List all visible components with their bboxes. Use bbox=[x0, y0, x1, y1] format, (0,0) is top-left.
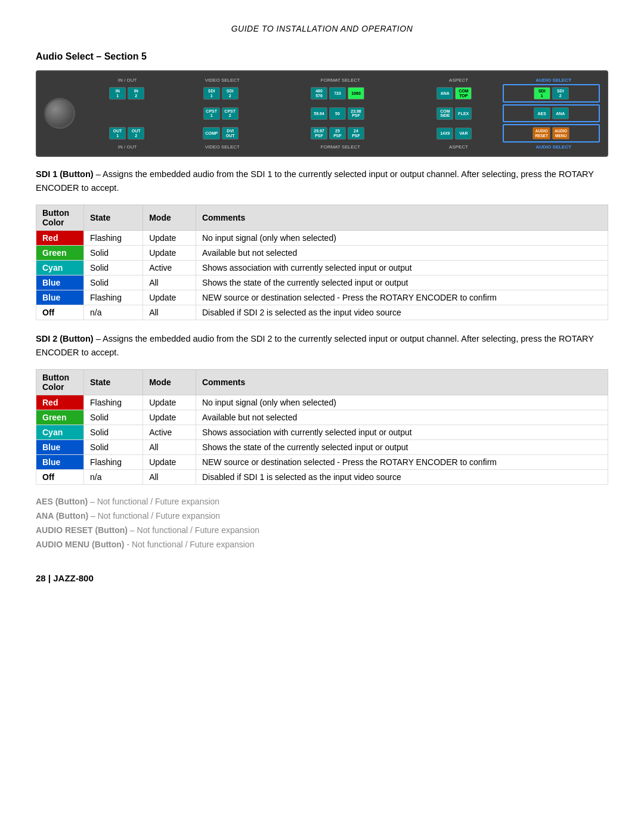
table-row: CyanSolidActiveShows association with cu… bbox=[36, 261, 608, 275]
panel-diagram: IN / OUT VIDEO SELECT FORMAT SELECT ASPE… bbox=[36, 70, 608, 157]
state-cell: n/a bbox=[84, 470, 143, 485]
audio-select-row3: AUDIORESET AUDIOMENU bbox=[503, 124, 600, 142]
state-cell: Solid bbox=[84, 410, 143, 425]
table-row: GreenSolidUpdateAvailable but not select… bbox=[36, 410, 608, 425]
comment-cell: NEW source or destination selected - Pre… bbox=[196, 455, 608, 470]
comment-cell: No input signal (only when selected) bbox=[196, 395, 608, 410]
btn-ana[interactable]: ANA bbox=[436, 87, 453, 100]
btn-var[interactable]: VAR bbox=[455, 128, 472, 140]
btn-ana2[interactable]: ANA bbox=[552, 107, 569, 119]
aspect-bottom-label: ASPECT bbox=[412, 144, 504, 150]
btn-sdi2[interactable]: SDI2 bbox=[222, 87, 239, 100]
sdi1-table: Button Color State Mode Comments RedFlas… bbox=[36, 205, 608, 320]
btn-50[interactable]: 50 bbox=[329, 107, 346, 120]
mode-cell: Update bbox=[143, 246, 196, 261]
col-header-comments: Comments bbox=[196, 205, 608, 231]
sdi2-table: Button Color State Mode Comments RedFlas… bbox=[36, 369, 608, 485]
btn-aes[interactable]: AES bbox=[534, 107, 550, 119]
mode-cell: Active bbox=[143, 261, 196, 275]
comment-cell: Disabled if SDI 2 is selected as the inp… bbox=[196, 305, 608, 320]
color-cell: Green bbox=[36, 410, 84, 425]
format-select-bottom-label: FORMAT SELECT bbox=[271, 144, 410, 150]
color-cell: Blue bbox=[36, 455, 84, 470]
col-header-color: Button Color bbox=[36, 205, 84, 231]
btn-25psf[interactable]: 25PSF bbox=[329, 127, 346, 140]
btn-cpst2[interactable]: CPST2 bbox=[222, 107, 239, 120]
table-row: Offn/aAllDisabled if SDI 1 is selected a… bbox=[36, 470, 608, 485]
table-row: BlueSolidAllShows the state of the curre… bbox=[36, 275, 608, 290]
video-select-top-label: VIDEO SELECT bbox=[176, 78, 268, 83]
btn-com-side[interactable]: COMSIDE bbox=[436, 107, 453, 120]
btn-audio-menu[interactable]: AUDIOMENU bbox=[552, 127, 569, 139]
table-row: Offn/aAllDisabled if SDI 2 is selected a… bbox=[36, 305, 608, 320]
btn-audio-reset[interactable]: AUDIORESET bbox=[532, 127, 550, 139]
state-cell: Flashing bbox=[84, 231, 143, 246]
mode-cell: All bbox=[143, 305, 196, 320]
mode-cell: All bbox=[143, 275, 196, 290]
btn-fmt1080[interactable]: 1080 bbox=[348, 87, 364, 100]
mode-cell: Update bbox=[143, 395, 196, 410]
state-cell: Solid bbox=[84, 440, 143, 455]
greyed-item: AUDIO MENU (Button) - Not functional / F… bbox=[36, 540, 608, 549]
audio-select-bottom-label: AUDIO SELECT bbox=[507, 144, 600, 150]
btn-dvi-out[interactable]: DVIOUT bbox=[222, 127, 239, 140]
btn-in1[interactable]: IN1 bbox=[109, 87, 126, 100]
in-out-bottom-label: IN / OUT bbox=[81, 144, 174, 150]
table-row: GreenSolidUpdateAvailable but not select… bbox=[36, 246, 608, 261]
col-header-mode: Mode bbox=[143, 205, 196, 231]
color-cell: Blue bbox=[36, 440, 84, 455]
panel-knob bbox=[44, 98, 75, 129]
table-row: BlueFlashingUpdateNEW source or destinat… bbox=[36, 290, 608, 305]
state-cell: Solid bbox=[84, 425, 143, 440]
color-cell: Blue bbox=[36, 290, 84, 305]
state-cell: Flashing bbox=[84, 290, 143, 305]
btn-fmt720[interactable]: 720 bbox=[329, 87, 346, 100]
btn-fmt480[interactable]: 480576 bbox=[311, 87, 327, 100]
btn-out2[interactable]: OUT2 bbox=[128, 127, 144, 140]
audio-select-top-label: AUDIO SELECT bbox=[507, 78, 600, 83]
greyed-item: ANA (Button) – Not functional / Future e… bbox=[36, 511, 608, 521]
mode-cell: Active bbox=[143, 425, 196, 440]
table-row: CyanSolidActiveShows association with cu… bbox=[36, 425, 608, 440]
comment-cell: Shows the state of the currently selecte… bbox=[196, 275, 608, 290]
state-cell: Solid bbox=[84, 275, 143, 290]
btn-audio-sdi1[interactable]: SDI1 bbox=[534, 87, 550, 100]
comment-cell: Shows association with currently selecte… bbox=[196, 261, 608, 275]
state-cell: Solid bbox=[84, 261, 143, 275]
state-cell: Flashing bbox=[84, 395, 143, 410]
greyed-sections: AES (Button) – Not functional / Future e… bbox=[36, 497, 608, 549]
btn-out1[interactable]: OUT1 bbox=[109, 127, 126, 140]
comment-cell: Disabled if SDI 1 is selected as the inp… bbox=[196, 470, 608, 485]
color-cell: Green bbox=[36, 246, 84, 261]
color-cell: Off bbox=[36, 305, 84, 320]
color-cell: Off bbox=[36, 470, 84, 485]
greyed-item: AES (Button) – Not functional / Future e… bbox=[36, 497, 608, 506]
color-cell: Blue bbox=[36, 275, 84, 290]
btn-cpst1[interactable]: CPST1 bbox=[203, 107, 220, 120]
btn-sdi1[interactable]: SDI1 bbox=[203, 87, 220, 100]
btn-audio-sdi2[interactable]: SDI2 bbox=[552, 87, 569, 100]
audio-select-section: SDI1 SDI2 bbox=[503, 84, 600, 103]
btn-2398psf[interactable]: 23.98PSF bbox=[348, 107, 364, 120]
sdi2-description: SDI 2 (Button) – Assigns the embedded au… bbox=[36, 332, 608, 360]
header-title: GUIDE TO INSTALLATION AND OPERATION bbox=[231, 24, 413, 33]
mode-cell: Update bbox=[143, 290, 196, 305]
mode-cell: Update bbox=[143, 410, 196, 425]
btn-comp[interactable]: COMP bbox=[203, 127, 220, 140]
btn-14x9[interactable]: 14X9 bbox=[436, 128, 453, 140]
btn-com-top[interactable]: COMTOP bbox=[455, 87, 472, 100]
btn-flex[interactable]: FLEX bbox=[455, 107, 472, 120]
comment-cell: Shows the state of the currently selecte… bbox=[196, 440, 608, 455]
btn-5994[interactable]: 59.94 bbox=[311, 107, 327, 120]
col-header-mode2: Mode bbox=[143, 370, 196, 395]
btn-24psf[interactable]: 24PSF bbox=[348, 127, 364, 140]
aspect-top-label: ASPECT bbox=[412, 78, 504, 83]
audio-select-row2: AES ANA bbox=[503, 104, 600, 122]
panel-main: IN / OUT VIDEO SELECT FORMAT SELECT ASPE… bbox=[81, 78, 600, 150]
btn-2997psf[interactable]: 29.97PSF bbox=[311, 127, 327, 140]
state-cell: Solid bbox=[84, 246, 143, 261]
color-cell: Cyan bbox=[36, 425, 84, 440]
sdi1-description: SDI 1 (Button) – Assigns the embedded au… bbox=[36, 168, 608, 195]
greyed-item: AUDIO RESET (Button) – Not functional / … bbox=[36, 525, 608, 535]
btn-in2[interactable]: IN2 bbox=[128, 87, 144, 100]
